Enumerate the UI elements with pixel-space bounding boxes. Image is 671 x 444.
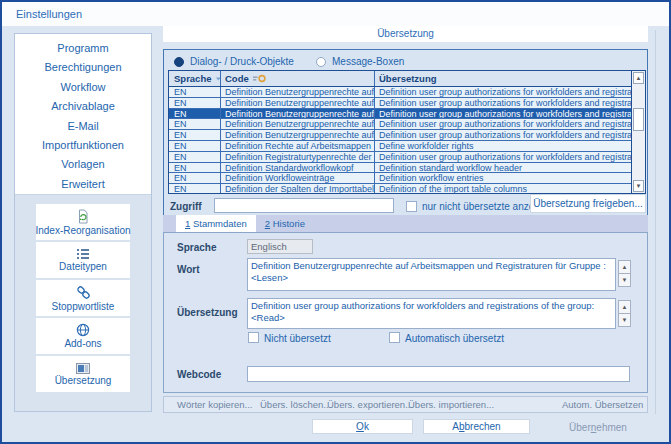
radio-dialog-druck-objekte[interactable]: Dialog- / Druck-Objekte [174,56,294,67]
cell-sprache: EN [169,109,221,119]
delete-translations-button[interactable]: Übers. löschen... [260,397,331,412]
sidebar: Programm Berechtigungen Workflow Archiva… [14,33,152,412]
cell-code: Definition Workfloweinträge [221,173,375,183]
sidebar-tools-section: Index-Reorganisation Dateitypen [15,194,151,411]
stammdaten-panel: Sprache Wort Definition Benutzergruppenr… [163,232,648,393]
window-title: Einstellungen [16,8,82,20]
release-translation-button[interactable]: Übersetzung freigeben... [530,194,646,213]
wort-textarea[interactable]: Definition Benutzergruppenrechte auf Arb… [247,258,616,291]
table-row[interactable]: ENDefinition Benutzergruppenrechte auf A… [169,130,631,141]
sidebar-item-erweitert[interactable]: Erweitert [15,175,151,194]
index-reorganisation-icon [76,209,90,224]
sidebar-item-workflow[interactable]: Workflow [15,78,151,97]
import-translations-button[interactable]: Übers. importieren... [408,397,494,412]
only-untranslated-checkbox[interactable] [406,201,417,212]
translation-list-group: Dialog- / Druck-Objekte Message-Boxen Sp… [163,49,648,216]
sidebar-card-index-reorganisation[interactable]: Index-Reorganisation [36,204,130,240]
webcode-input[interactable] [247,366,630,382]
table-row[interactable]: ENDefinition Registraturtypenrechte der … [169,152,631,163]
file-types-icon [76,248,90,260]
export-translations-button[interactable]: Übers. exportieren... [327,397,413,412]
auto-translated-checkbox[interactable] [389,332,400,343]
sidebar-card-uebersetzung[interactable]: Übersetzung [36,356,130,392]
sidebar-item-importfunktionen[interactable]: Importfunktionen [15,136,151,155]
scroll-up-button[interactable]: ▲ [633,72,644,84]
cell-uebersetzung: Definition user group authorizations for… [375,98,631,108]
column-header-sprache[interactable]: Sprache [169,71,221,86]
cell-code: Definition Rechte auf Arbeitsmappen [221,141,375,151]
link-icon [76,285,91,300]
scrollbar-thumb[interactable] [633,108,644,131]
cell-uebersetzung: Definition standard workflow header [375,163,631,173]
sidebar-card-stoppwortliste[interactable]: Stoppwortliste [36,280,130,316]
table-row[interactable]: ENDefinition Benutzergruppenrechte auf A… [169,98,631,109]
uebersetzung-textarea[interactable]: Definition user group authorizations for… [247,298,616,329]
apply-button[interactable]: Übernehmen [548,420,648,435]
sidebar-item-email[interactable]: E-Mail [15,117,151,136]
table-row[interactable]: ENDefinition WorkfloweinträgeDefinition … [169,173,631,184]
table-row-selected[interactable]: ENDefinition Benutzergruppenrechte auf A… [169,109,631,120]
cell-sprache: EN [169,119,221,129]
auto-translate-button[interactable]: Autom. Übersetzen [562,397,643,412]
ok-button[interactable]: Ok [312,419,413,434]
column-header-code[interactable]: Code [221,71,375,86]
sprache-field[interactable] [247,239,313,254]
scroll-down-button[interactable]: ▼ [633,180,644,192]
cell-sprache: EN [169,141,221,151]
sidebar-card-label: Übersetzung [55,375,112,386]
sidebar-card-addons[interactable]: Add-ons [36,318,130,354]
cell-uebersetzung: Definition user group authorizations for… [375,87,631,97]
sidebar-card-label: Dateitypen [59,261,107,272]
scroll-down-button[interactable]: ▼ [618,273,631,287]
zugriff-input[interactable] [214,198,394,213]
column-header-label: Sprache [174,71,212,86]
tab-label: Stammdaten [190,218,247,229]
column-header-uebersetzung[interactable]: Übersetzung [375,71,631,86]
cell-uebersetzung: Definition user group authorizations for… [375,130,631,140]
cell-code: Definition Registraturtypenrechte der Be… [221,152,375,162]
sidebar-card-label: Stoppwortliste [52,301,115,312]
zugriff-label: Zugriff [170,201,202,212]
radio-message-boxen[interactable]: Message-Boxen [316,56,404,67]
cell-uebersetzung: Definition user group authorizations for… [375,152,631,162]
table-scrollbar[interactable]: ▲ ▼ [631,71,645,193]
sidebar-card-dateitypen[interactable]: Dateitypen [36,242,130,278]
sidebar-item-vorlagen[interactable]: Vorlagen [15,155,151,174]
column-header-label: Übersetzung [379,71,437,86]
cell-uebersetzung: Definition user group authorizations for… [375,119,631,129]
cell-code: Definition der Spalten der Importtabelle [221,184,375,193]
key-icon [253,74,266,83]
radio-label: Dialog- / Druck-Objekte [190,56,294,67]
title-bar: Einstellungen [2,2,669,26]
settings-dialog: Einstellungen Programm Berechtigungen Wo… [0,0,671,444]
sidebar-item-archivablage[interactable]: Archivablage [15,97,151,116]
table-row[interactable]: ENDefinition der Spalten der Importtabel… [169,184,631,193]
cell-uebersetzung: Definition of the import table columns [375,184,631,193]
tab-strip: 1 Stammdaten 2 Historie [163,215,648,232]
scroll-up-button[interactable]: ▲ [618,260,631,274]
cell-uebersetzung: Define workfolder rights [375,141,631,151]
cell-sprache: EN [169,130,221,140]
tab-historie[interactable]: 2 Historie [256,215,314,232]
uebersetzung-scroll-buttons: ▲ ▼ [618,300,631,327]
table-row[interactable]: ENDefinition Rechte auf ArbeitsmappenDef… [169,141,631,152]
not-translated-checkbox[interactable] [248,332,259,343]
tab-stammdaten[interactable]: 1 Stammdaten [176,215,256,232]
translations-table: Sprache Code Übersetzung [168,70,646,194]
cell-sprache: EN [169,173,221,183]
radio-label: Message-Boxen [332,56,404,67]
page-title: Übersetzung [163,26,648,42]
copy-words-button[interactable]: Wörter kopieren... [177,397,253,412]
table-header-row: Sprache Code Übersetzung [169,71,631,87]
sidebar-item-programm[interactable]: Programm [15,39,151,58]
table-row[interactable]: ENDefinition Benutzergruppenrechte auf A… [169,87,631,98]
cancel-button[interactable]: Abbrechen [423,419,530,434]
scroll-up-button[interactable]: ▲ [618,300,631,314]
sidebar-nav: Programm Berechtigungen Workflow Archiva… [15,34,151,194]
table-row[interactable]: ENDefinition StandardworkflowkopfDefinit… [169,163,631,174]
action-strip: Wörter kopieren... Übers. löschen... Übe… [163,396,648,413]
table-row[interactable]: ENDefinition Benutzergruppenrechte auf A… [169,119,631,130]
sidebar-item-berechtigungen[interactable]: Berechtigungen [15,58,151,77]
panel-edge-line [655,30,656,414]
scroll-down-button[interactable]: ▼ [618,313,631,327]
